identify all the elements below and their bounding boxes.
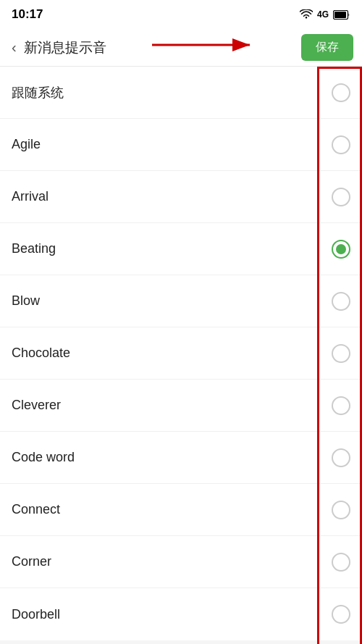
signal-label: 4G [317, 9, 329, 20]
list-item[interactable]: Chocolate [0, 327, 362, 380]
item-label: Cleverer [12, 398, 61, 413]
back-button[interactable]: ‹ [9, 35, 20, 60]
radio-button[interactable] [332, 501, 350, 519]
wifi-icon [300, 9, 313, 20]
radio-button[interactable] [332, 553, 350, 572]
list-item[interactable]: Arrival [0, 171, 362, 223]
radio-button[interactable] [332, 396, 350, 415]
sound-list: 跟随系统AgileArrivalBeatingBlowChocolateClev… [0, 67, 362, 640]
toolbar: ‹ 新消息提示音 保存 [0, 29, 362, 67]
item-label: Doorbell [12, 607, 60, 622]
list-item[interactable]: Code word [0, 432, 362, 484]
radio-button[interactable] [332, 135, 350, 154]
item-label: Connect [12, 502, 60, 517]
list-item[interactable]: 跟随系统 [0, 67, 362, 119]
radio-button[interactable] [332, 83, 350, 102]
item-label: Agile [12, 137, 41, 152]
svg-rect-1 [334, 12, 346, 18]
item-label: 跟随系统 [12, 84, 64, 101]
list-item[interactable]: Doorbell [0, 588, 362, 640]
list-item[interactable]: Beating [0, 223, 362, 275]
radio-button[interactable] [332, 605, 350, 624]
item-label: Code word [12, 450, 75, 465]
item-label: Beating [12, 241, 56, 256]
radio-button[interactable] [332, 292, 350, 311]
list-item[interactable]: Connect [0, 484, 362, 536]
list-item[interactable]: Agile [0, 119, 362, 171]
battery-icon [333, 10, 350, 20]
radio-button[interactable] [332, 344, 350, 363]
page-title: 新消息提示音 [20, 38, 301, 57]
radio-button[interactable] [332, 188, 350, 206]
radio-button[interactable] [332, 240, 350, 259]
item-label: Blow [12, 293, 40, 309]
save-button[interactable]: 保存 [301, 34, 353, 61]
list-item[interactable]: Cleverer [0, 380, 362, 432]
status-time: 10:17 [12, 7, 43, 22]
status-bar: 10:17 4G [0, 0, 362, 29]
list-item[interactable]: Blow [0, 275, 362, 327]
status-icons: 4G [300, 9, 350, 20]
list-item[interactable]: Corner [0, 536, 362, 588]
back-chevron-icon: ‹ [12, 39, 17, 56]
radio-button[interactable] [332, 448, 350, 467]
item-label: Arrival [12, 189, 49, 204]
item-label: Chocolate [12, 346, 70, 361]
item-label: Corner [12, 554, 51, 569]
